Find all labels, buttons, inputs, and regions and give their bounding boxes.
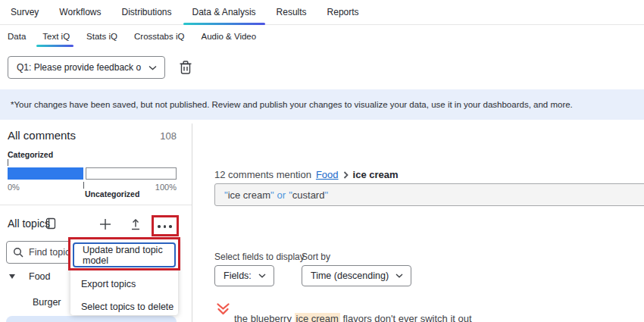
categorized-label: Categorized: [8, 150, 53, 159]
query-term: ice cream: [228, 189, 270, 201]
tab-workflows[interactable]: Workflows: [59, 0, 101, 25]
topic-model-book-icon[interactable]: [45, 217, 57, 230]
uncategorized-tick: [83, 182, 84, 189]
textiq-app: Survey Workflows Distributions Data & An…: [0, 0, 644, 322]
tab-data[interactable]: Data: [8, 25, 26, 47]
scale-max-label: 100%: [151, 183, 177, 192]
sidebar-divider-horizontal: [0, 205, 192, 205]
unpublished-changes-banner: *Your changes have been saved, but not p…: [0, 89, 644, 120]
all-comments-count: 108: [160, 130, 177, 142]
mention-count-text: 12 comments mention: [214, 169, 311, 180]
add-topic-button[interactable]: [99, 218, 111, 230]
topic-query-box[interactable]: "ice cream"or"custard": [214, 183, 644, 206]
categorized-progress-bar: [8, 167, 177, 180]
tab-stats-iq[interactable]: Stats iQ: [86, 25, 117, 47]
query-operator: or: [274, 189, 289, 201]
topic-item-food[interactable]: Food: [29, 271, 51, 282]
tab-results[interactable]: Results: [277, 0, 307, 25]
tab-reports[interactable]: Reports: [327, 0, 359, 25]
uncategorized-label: Uncategorized: [85, 189, 139, 199]
chevron-right-icon: [343, 171, 349, 179]
banner-text: *Your changes have been saved, but not p…: [11, 100, 573, 109]
primary-nav: Survey Workflows Distributions Data & An…: [0, 0, 644, 25]
all-topics-label: All topics: [8, 217, 50, 230]
delete-question-button[interactable]: [179, 60, 192, 75]
tab-distributions[interactable]: Distributions: [121, 0, 171, 25]
categorized-fill: [8, 167, 83, 180]
comment-text: the blueberry ice cream flavors don't ev…: [234, 313, 472, 322]
scale-min-label: 0%: [8, 183, 20, 192]
select-fields-label: Select fields to display: [214, 252, 305, 262]
sidebar-divider-vertical: [192, 123, 192, 322]
all-comments-row[interactable]: All comments 108: [8, 129, 177, 142]
comment-highlighted-term: ice cream: [295, 313, 340, 322]
chevron-down-icon: [395, 274, 403, 278]
all-comments-label: All comments: [8, 129, 76, 142]
query-term: custard: [292, 189, 325, 201]
upload-topics-button[interactable]: [130, 218, 142, 230]
trash-icon: [179, 60, 192, 75]
question-select-value: Q1: Please provide feedback o: [17, 62, 141, 73]
tab-audio-video[interactable]: Audio & Video: [201, 25, 256, 47]
sort-select[interactable]: Time (descending): [302, 265, 411, 286]
breadcrumb-link-food[interactable]: Food: [316, 169, 339, 180]
chevron-down-icon: [148, 65, 157, 70]
menu-item-select-topics-to-delete[interactable]: Select topics to delete: [70, 295, 178, 318]
tab-data-analysis[interactable]: Data & Analysis: [192, 0, 256, 25]
question-select[interactable]: Q1: Please provide feedback o: [8, 56, 165, 79]
sort-by-label: Sort by: [302, 252, 330, 262]
fields-select-value: Fields:: [224, 270, 252, 281]
topics-more-options-button[interactable]: [158, 225, 172, 228]
sentiment-negative-icon: [216, 302, 230, 316]
tab-survey[interactable]: Survey: [11, 0, 39, 25]
query-quote: ": [324, 189, 328, 201]
secondary-nav: Data Text iQ Stats iQ Crosstabs iQ Audio…: [0, 25, 644, 47]
fields-select[interactable]: Fields:: [214, 265, 274, 286]
uncategorized-fill: [86, 167, 177, 180]
topics-options-menu: Update brand topic model Export topics S…: [70, 239, 178, 315]
breadcrumb-current-topic: ice cream: [353, 169, 399, 180]
chevron-down-icon: [258, 274, 266, 278]
comment-text-post: flavors don't ever switch it out: [340, 313, 472, 322]
sort-select-value: Time (descending): [311, 270, 389, 281]
menu-item-update-brand-topic-model[interactable]: Update brand topic model: [73, 242, 176, 267]
mention-breadcrumb: 12 comments mention Food ice cream: [214, 169, 399, 180]
caret-down-icon[interactable]: [9, 274, 15, 279]
comment-text-pre: the blueberry: [234, 313, 295, 322]
question-toolbar: Q1: Please provide feedback o: [8, 56, 192, 79]
search-icon: [13, 247, 23, 258]
tab-text-iq[interactable]: Text iQ: [42, 25, 70, 47]
menu-item-export-topics[interactable]: Export topics: [70, 273, 178, 295]
tab-crosstabs-iq[interactable]: Crosstabs iQ: [134, 25, 184, 47]
categorized-tick: [8, 159, 8, 166]
topic-item-burger[interactable]: Burger: [33, 297, 61, 308]
